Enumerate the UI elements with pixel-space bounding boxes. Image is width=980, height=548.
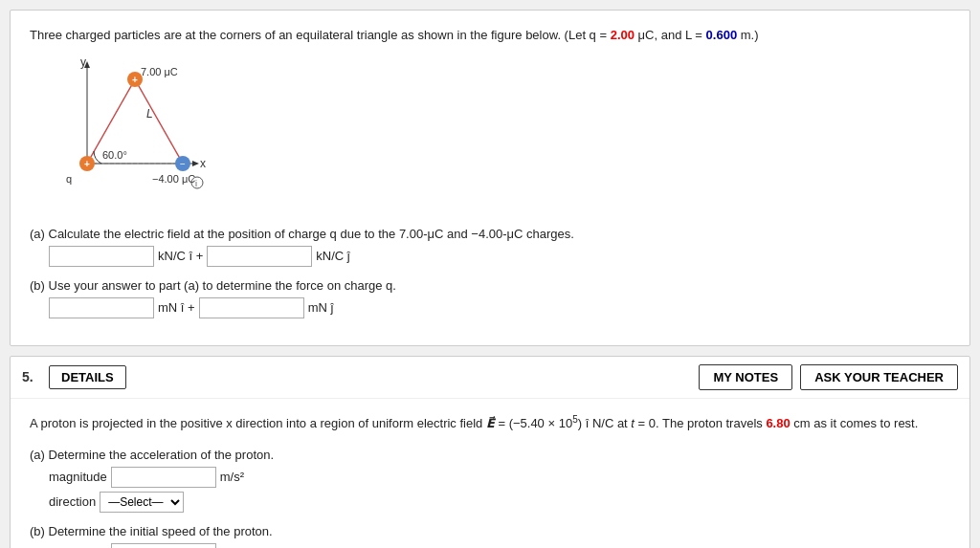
part-b-inputs: mN î + mN ĵ (49, 297, 950, 318)
p5-direction-label-a: direction (49, 494, 96, 509)
header-buttons: MY NOTES ASK YOUR TEACHER (699, 364, 958, 390)
svg-line-5 (135, 79, 183, 164)
top-charge-label: 7.00 μC (141, 66, 178, 77)
distance-unit: cm as it comes to rest. (791, 416, 919, 430)
p5-part-a-label: (a) Determine the acceleration of the pr… (30, 448, 950, 462)
p5-part-a-magnitude-row: magnitude m/s² (49, 467, 950, 488)
E-vector: E⃗ (486, 416, 495, 430)
p5-magnitude-unit-a: m/s² (220, 470, 244, 484)
part-a-input2[interactable] (207, 246, 312, 267)
part-b-input1[interactable] (49, 297, 154, 318)
svg-text:+: + (84, 159, 90, 169)
q-label: q (66, 173, 72, 185)
problem5-number: 5. (22, 369, 37, 384)
p5-magnitude-label-a: magnitude (49, 470, 107, 484)
p5-part-b-magnitude-row: magnitude m/s (49, 543, 950, 548)
problem4-card: Three charged particles are at the corne… (10, 10, 970, 346)
L-value: 0.600 (706, 28, 738, 42)
statement-prefix: Three charged particles are at the corne… (30, 28, 611, 42)
part-a-section: (a) Calculate the electric field at the … (30, 227, 950, 267)
part-a-inputs: kN/C î + kN/C ĵ (49, 246, 950, 267)
p5-magnitude-input-b[interactable] (111, 543, 216, 548)
triangle-figure: x y 60.0° L + 7.00 μC (30, 58, 221, 211)
svg-text:−: − (180, 159, 186, 169)
problem5-left: 5. DETAILS (22, 365, 126, 389)
svg-marker-1 (192, 161, 199, 166)
problem5-text: A proton is projected in the positive x … (30, 412, 950, 434)
x-axis-label: x (200, 157, 206, 170)
part-b-unit1: mN î + (158, 300, 195, 315)
p5-magnitude-input-a[interactable] (111, 467, 216, 488)
p5-part-a-direction-row: direction —Select— +x −x +y −y (49, 492, 950, 513)
p5-direction-select-a[interactable]: —Select— +x −x +y −y (100, 492, 184, 513)
part-b-section: (b) Use your answer to part (a) to deter… (30, 278, 950, 318)
triangle-svg: x y 60.0° L + 7.00 μC (30, 58, 221, 211)
part-a-unit2: kN/C ĵ (316, 249, 349, 263)
figure-container: x y 60.0° L + 7.00 μC (30, 58, 950, 211)
p5-middle: = (−5.40 × 105) (495, 416, 582, 430)
p5-part-b-label: (b) Determine the initial speed of the p… (30, 524, 950, 538)
problem4-statement: Three charged particles are at the corne… (30, 26, 950, 45)
p5-part-a: (a) Determine the acceleration of the pr… (30, 448, 950, 513)
p5-prefix: A proton is projected in the positive x … (30, 416, 486, 430)
details-button[interactable]: DETAILS (49, 365, 126, 389)
angle-label: 60.0° (102, 149, 127, 161)
q-value: 2.00 (611, 28, 635, 42)
svg-text:i: i (195, 179, 197, 188)
part-b-input2[interactable] (199, 297, 304, 318)
part-a-input1[interactable] (49, 246, 154, 267)
part-b-label: (b) Use your answer to part (a) to deter… (30, 278, 950, 293)
y-axis-label: y (80, 58, 86, 69)
page: Three charged particles are at the corne… (0, 0, 980, 548)
bottom-right-label: −4.00 μC (152, 173, 195, 185)
problem5-header: 5. DETAILS MY NOTES ASK YOUR TEACHER (11, 357, 969, 399)
p5-unit: î N/C at t = 0. The proton travels (582, 416, 766, 430)
problem5-body: A proton is projected in the positive x … (11, 399, 969, 549)
my-notes-button[interactable]: MY NOTES (699, 364, 792, 390)
svg-text:+: + (132, 75, 138, 85)
p5-part-b: (b) Determine the initial speed of the p… (30, 524, 950, 548)
distance-value: 6.80 (766, 416, 790, 430)
L-label: L (146, 107, 153, 121)
part-b-unit2: mN ĵ (308, 300, 334, 315)
problem5-wrapper: 5. DETAILS MY NOTES ASK YOUR TEACHER A p… (10, 356, 970, 549)
q-unit: μC, and L = (635, 28, 706, 42)
part-a-unit1: kN/C î + (158, 249, 203, 263)
exponent: 5 (572, 414, 578, 425)
L-unit: m.) (737, 28, 758, 42)
ask-teacher-button[interactable]: ASK YOUR TEACHER (800, 364, 958, 390)
part-a-label: (a) Calculate the electric field at the … (30, 227, 950, 241)
